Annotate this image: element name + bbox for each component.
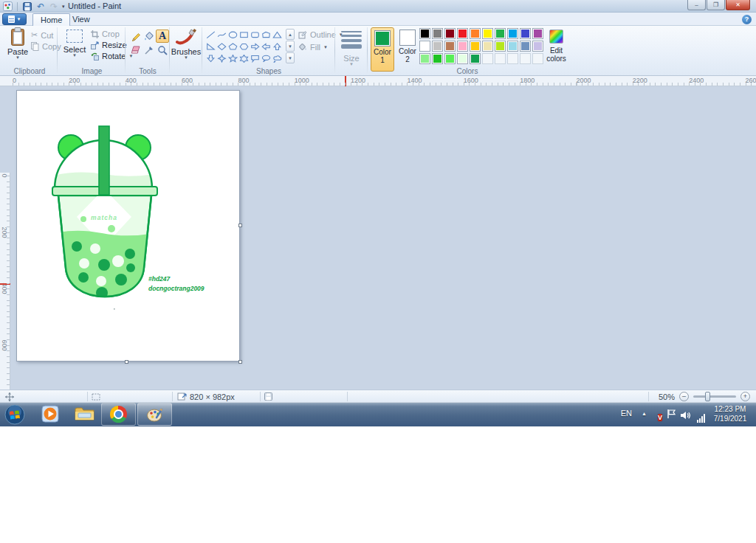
zoom-slider[interactable] [693, 395, 736, 398]
action-center-icon[interactable] [667, 409, 676, 422]
text-tool[interactable]: A [156, 30, 169, 43]
shape-left-arrow-icon[interactable] [261, 41, 272, 52]
zoom-in-button[interactable]: + [740, 392, 750, 401]
help-icon[interactable]: ? [742, 15, 752, 24]
palette-swatch[interactable] [520, 28, 531, 39]
shape-right-arrow-icon[interactable] [250, 41, 261, 52]
canvas-handle-corner[interactable] [238, 360, 242, 364]
paint-app-icon[interactable] [2, 1, 13, 12]
shape-oval-callout-icon[interactable] [261, 52, 272, 64]
hidden-icons-chevron[interactable]: ▲ [642, 411, 647, 416]
palette-swatch[interactable] [419, 53, 430, 64]
shape-line-icon[interactable] [205, 29, 216, 41]
shape-six-point-star-icon[interactable] [238, 52, 250, 64]
shapes-scroll-down[interactable]: ▼ [286, 41, 295, 52]
redo-button[interactable]: ↷ [49, 1, 59, 12]
drawing-canvas[interactable]: matcha #hd247 docngoctrang2009 [16, 90, 240, 362]
shape-curve-icon[interactable] [216, 29, 227, 41]
palette-swatch[interactable] [432, 41, 443, 52]
shape-polygon-icon[interactable] [261, 29, 272, 41]
shape-pentagon-icon[interactable] [227, 41, 238, 52]
save-button[interactable] [22, 1, 32, 12]
antivirus-tray-icon[interactable]: V [658, 409, 662, 423]
zoom-slider-thumb[interactable] [705, 392, 710, 401]
paint-taskbar-button[interactable] [137, 403, 172, 426]
palette-swatch[interactable] [520, 41, 531, 52]
palette-swatch[interactable] [432, 53, 443, 64]
app-menu-button[interactable]: ▼ [2, 13, 27, 25]
qat-customize-caret[interactable]: ▾ [62, 4, 65, 10]
palette-swatch[interactable] [495, 28, 506, 39]
shape-four-point-star-icon[interactable] [216, 52, 227, 64]
fill-tool[interactable] [142, 30, 156, 43]
palette-swatch[interactable] [495, 53, 506, 64]
eraser-tool[interactable] [129, 44, 142, 57]
palette-swatch[interactable] [432, 28, 443, 39]
canvas-handle-bottom[interactable] [125, 360, 128, 364]
minimize-button[interactable]: – [687, 0, 706, 10]
shape-fill-button[interactable]: Fill ▼ [298, 43, 328, 52]
brushes-button[interactable]: Brushes ▼ [172, 27, 200, 60]
tray-clock[interactable]: 12:23 PM 7/19/2021 [707, 404, 753, 423]
color1-button[interactable]: Color 1 [371, 27, 394, 72]
color2-button[interactable]: Color 2 [396, 27, 419, 72]
palette-swatch[interactable] [532, 53, 543, 64]
palette-swatch[interactable] [520, 53, 531, 64]
palette-swatch[interactable] [482, 28, 493, 39]
shapes-scroll-up[interactable]: ▲ [286, 29, 295, 40]
edit-colors-button[interactable]: Edit colors [547, 27, 566, 63]
resize-button[interactable]: Resize [91, 41, 127, 49]
paste-button[interactable]: Paste ▼ [4, 27, 31, 60]
canvas-handle-right[interactable] [238, 224, 242, 227]
explorer-button[interactable] [74, 404, 94, 422]
start-button[interactable] [4, 404, 26, 426]
palette-swatch[interactable] [532, 41, 543, 52]
cut-button[interactable]: ✂ Cut [31, 30, 53, 40]
color-picker-tool[interactable] [142, 44, 156, 57]
shape-rounded-callout-icon[interactable] [250, 52, 261, 64]
shape-hexagon-icon[interactable] [238, 41, 250, 52]
shape-cloud-callout-icon[interactable] [272, 52, 283, 64]
close-button[interactable]: ✕ [726, 0, 750, 10]
palette-swatch[interactable] [457, 28, 468, 39]
shape-right-triangle-icon[interactable] [205, 41, 216, 52]
palette-swatch[interactable] [419, 41, 430, 52]
pencil-tool[interactable] [129, 30, 142, 43]
palette-swatch[interactable] [457, 53, 468, 64]
palette-swatch[interactable] [444, 28, 456, 39]
network-icon[interactable] [697, 409, 706, 423]
media-player-button[interactable] [41, 404, 60, 423]
tab-view[interactable]: View [65, 13, 97, 26]
shape-rounded-rectangle-icon[interactable] [250, 29, 261, 41]
palette-swatch[interactable] [507, 41, 518, 52]
palette-swatch[interactable] [470, 53, 481, 64]
shape-up-arrow-icon[interactable] [272, 41, 283, 52]
palette-swatch[interactable] [470, 28, 481, 39]
palette-swatch[interactable] [482, 53, 493, 64]
shape-diamond-icon[interactable] [216, 41, 227, 52]
palette-swatch[interactable] [507, 53, 518, 64]
palette-swatch[interactable] [495, 41, 506, 52]
palette-swatch[interactable] [482, 41, 493, 52]
palette-swatch[interactable] [444, 41, 456, 52]
palette-swatch[interactable] [507, 28, 518, 39]
palette-swatch[interactable] [419, 28, 430, 39]
shape-triangle-icon[interactable] [272, 29, 283, 41]
zoom-out-button[interactable]: – [679, 392, 689, 401]
magnifier-tool[interactable] [156, 44, 169, 57]
chrome-taskbar-button[interactable] [101, 403, 136, 426]
volume-icon[interactable] [680, 409, 690, 423]
select-button[interactable]: Select ▼ [61, 27, 88, 58]
shape-rectangle-icon[interactable] [238, 29, 250, 41]
shape-down-arrow-icon[interactable] [205, 52, 216, 64]
palette-swatch[interactable] [444, 53, 456, 64]
palette-swatch[interactable] [532, 28, 543, 39]
palette-swatch[interactable] [457, 41, 468, 52]
palette-swatch[interactable] [470, 41, 481, 52]
crop-button[interactable]: Crop [91, 30, 120, 38]
restore-button[interactable]: ❐ [707, 0, 725, 10]
shape-ellipse-icon[interactable] [227, 29, 238, 41]
undo-button[interactable]: ↶ [35, 1, 46, 12]
language-indicator[interactable]: EN [621, 409, 632, 418]
shape-five-point-star-icon[interactable] [227, 52, 238, 64]
